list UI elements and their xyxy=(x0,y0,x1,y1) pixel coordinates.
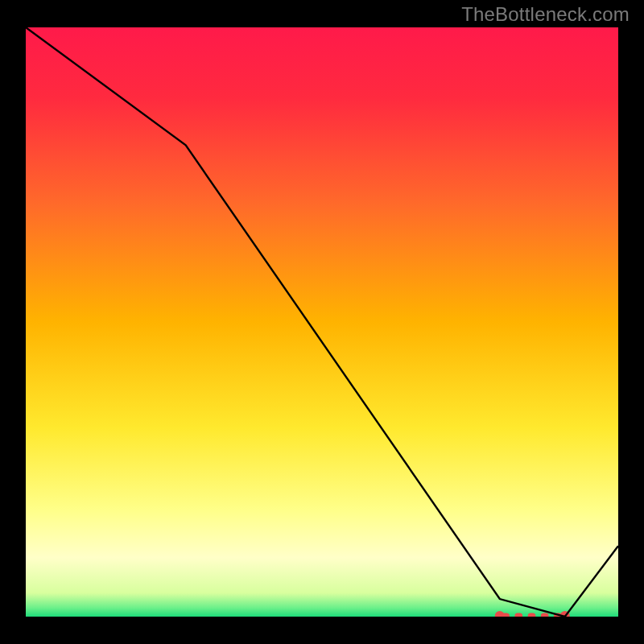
svg-rect-5 xyxy=(541,613,549,617)
gradient-background xyxy=(26,27,618,617)
heat-chart xyxy=(26,27,618,617)
svg-rect-4 xyxy=(528,613,536,617)
attribution-label: TheBottleneck.com xyxy=(461,3,630,26)
svg-rect-3 xyxy=(514,613,522,617)
svg-rect-2 xyxy=(502,613,510,617)
chart-frame: TheBottleneck.com xyxy=(0,0,644,644)
